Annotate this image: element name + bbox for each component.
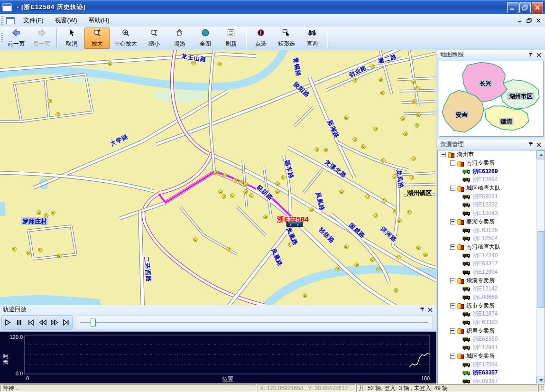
vehicle-marker-icon[interactable] xyxy=(344,245,349,249)
tree-node-vehicle[interactable]: 浙E12504 xyxy=(438,234,536,243)
vehicle-marker-icon[interactable] xyxy=(336,267,340,271)
vehicle-marker-icon[interactable] xyxy=(56,112,60,117)
vehicle-marker-icon[interactable] xyxy=(393,209,397,214)
minimize-button[interactable] xyxy=(507,2,518,13)
menu-file[interactable]: 文件(F) xyxy=(18,15,49,26)
slider-groove[interactable] xyxy=(80,322,428,323)
tree-collapse-toggle[interactable] xyxy=(450,278,455,283)
tree-collapse-toggle[interactable] xyxy=(450,244,455,250)
vehicle-marker-icon[interactable] xyxy=(303,294,307,298)
vehicle-marker-icon[interactable] xyxy=(355,263,359,267)
tree-node-vehicle[interactable]: 浙E63135 xyxy=(438,226,536,234)
tree-node-group[interactable]: 城区专卖所 xyxy=(438,352,536,361)
tree-node-group[interactable]: 织里专卖所 xyxy=(438,327,536,335)
tree-node-vehicle[interactable]: 浙E12142 xyxy=(438,285,536,293)
vehicle-marker-icon[interactable] xyxy=(281,176,286,180)
vehicle-marker-icon[interactable] xyxy=(315,148,319,152)
vehicle-marker-icon[interactable] xyxy=(227,247,231,252)
vehicle-marker-icon[interactable] xyxy=(57,254,62,258)
zoom-out-button[interactable]: 缩小 xyxy=(141,28,167,49)
tree-node-vehicle[interactable]: 浙E12941 xyxy=(438,344,536,352)
tree-node-vehicle[interactable]: 浙E12584 xyxy=(438,360,536,369)
close-panel-icon[interactable] xyxy=(428,306,433,314)
vehicle-marker-icon[interactable] xyxy=(233,178,237,183)
full-map-button[interactable]: 全图 xyxy=(193,28,218,49)
vehicle-marker-icon[interactable] xyxy=(276,190,280,194)
tree-node-vehicle[interactable]: 浙E63269 xyxy=(438,167,536,176)
menu-help[interactable]: 帮助(H) xyxy=(83,15,115,26)
vehicle-marker-icon[interactable] xyxy=(374,214,378,218)
query-button[interactable]: 查询 xyxy=(299,28,325,49)
tree-node-vehicle[interactable]: 浙E08669 xyxy=(438,293,536,302)
vehicle-marker-icon[interactable] xyxy=(361,145,366,149)
vehicle-marker-icon[interactable] xyxy=(394,289,398,293)
vehicle-marker-icon[interactable] xyxy=(324,148,328,152)
vehicle-marker-icon[interactable] xyxy=(108,62,112,66)
vehicle-marker-icon[interactable] xyxy=(219,190,223,194)
vehicle-marker-icon[interactable] xyxy=(244,190,248,194)
tree-collapse-toggle[interactable] xyxy=(450,160,455,166)
tree-node-group[interactable]: 南浔稽查大队 xyxy=(438,243,536,252)
vehicle-marker-icon[interactable] xyxy=(370,258,375,262)
vehicle-marker-icon[interactable] xyxy=(412,157,416,161)
vehicle-marker-icon[interactable] xyxy=(218,62,222,66)
skip-start-button[interactable] xyxy=(26,317,37,328)
center-zoom-button[interactable]: 中心放大 xyxy=(110,28,141,49)
tree-collapse-toggle[interactable] xyxy=(450,354,455,359)
tree-node-vehicle[interactable]: 浙E12340 xyxy=(438,251,536,260)
eagle-eye-map[interactable]: 长兴 湖州市区 安吉 德清 xyxy=(439,61,544,137)
vehicle-marker-icon[interactable] xyxy=(340,190,344,194)
vehicle-marker-icon[interactable] xyxy=(239,180,243,185)
menu-window[interactable]: 视窗(W) xyxy=(49,15,83,26)
tree-node-vehicle[interactable]: 浙E12043 xyxy=(438,209,536,218)
vehicle-marker-icon[interactable] xyxy=(353,78,357,83)
tree-scrollbar[interactable] xyxy=(536,150,545,385)
scroll-up-button[interactable] xyxy=(536,150,545,159)
close-panel-icon[interactable] xyxy=(536,140,541,149)
vehicle-marker-icon[interactable] xyxy=(48,99,52,103)
vehicle-marker-icon[interactable] xyxy=(371,65,375,69)
vehicle-marker-icon[interactable] xyxy=(366,195,370,199)
cancel-button[interactable]: 取消 xyxy=(59,28,84,49)
tree-collapse-toggle[interactable] xyxy=(441,152,446,157)
vehicle-marker-icon[interactable] xyxy=(264,215,268,219)
vehicle-marker-icon[interactable] xyxy=(44,214,48,218)
tree-collapse-toggle[interactable] xyxy=(450,303,455,308)
vehicle-marker-icon[interactable] xyxy=(38,248,43,252)
tree-node-vehicle[interactable]: 浙E63357 xyxy=(438,369,536,377)
mdi-close-button[interactable] xyxy=(536,17,541,25)
vehicle-marker-icon[interactable] xyxy=(222,173,227,177)
restore-button[interactable] xyxy=(519,2,531,13)
vehicle-marker-icon[interactable] xyxy=(410,176,414,180)
playback-slider[interactable] xyxy=(76,315,433,330)
close-panel-icon[interactable] xyxy=(536,51,541,59)
close-button[interactable] xyxy=(532,2,543,13)
vehicle-marker-icon[interactable] xyxy=(353,138,357,142)
vehicle-marker-icon[interactable] xyxy=(379,78,383,82)
play-button[interactable] xyxy=(2,317,13,328)
tree-node-vehicle[interactable]: 浙E63317 xyxy=(438,260,536,268)
refresh-button[interactable]: 刷新 xyxy=(218,28,244,49)
tree-node-vehicle[interactable]: 浙E12904 xyxy=(438,268,536,277)
vehicle-marker-icon[interactable] xyxy=(51,211,55,215)
pause-button[interactable] xyxy=(14,317,25,328)
vehicle-marker-icon[interactable] xyxy=(231,194,235,198)
vehicle-marker-icon[interactable] xyxy=(397,219,402,223)
pan-button[interactable]: 漫游 xyxy=(167,28,193,49)
vehicle-marker-icon[interactable] xyxy=(222,195,226,199)
title-bar[interactable]: - [浙E12584 历史轨迹] xyxy=(0,0,545,14)
map-canvas[interactable]: 龙王山路青铜路陵阳路创业路塘二路新湖路大学路德丰路龙溪北路轻纺路凤凰路龙凤路国威… xyxy=(0,50,436,306)
mdi-minimize-button[interactable] xyxy=(517,17,523,25)
pin-icon[interactable] xyxy=(528,140,533,149)
mdi-restore-button[interactable] xyxy=(527,17,532,25)
prev-page-button[interactable]: 前一页 xyxy=(3,28,29,49)
vehicle-marker-icon[interactable] xyxy=(310,208,314,212)
pin-icon[interactable] xyxy=(420,306,425,314)
tree-collapse-toggle[interactable] xyxy=(450,186,455,191)
tree-collapse-toggle[interactable] xyxy=(450,219,455,224)
vehicle-marker-icon[interactable] xyxy=(37,211,41,215)
tree-node-vehicle[interactable]: 浙E63383 xyxy=(438,318,536,327)
vehicle-marker-icon[interactable] xyxy=(412,100,416,104)
vehicle-marker-icon[interactable] xyxy=(397,255,401,260)
tree-node-group[interactable]: 菱湖专卖所 xyxy=(438,218,536,226)
